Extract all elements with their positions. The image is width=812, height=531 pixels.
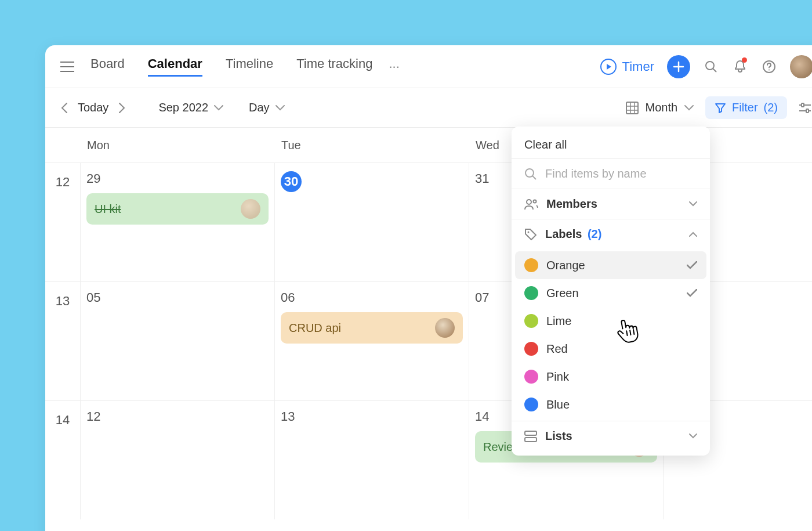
label-color-dot	[524, 398, 538, 411]
members-section[interactable]: Members	[512, 189, 710, 219]
assignee-avatar	[435, 318, 455, 338]
view-settings-button[interactable]: View	[799, 101, 812, 114]
week-number: 14	[45, 401, 80, 519]
help-icon[interactable]	[761, 59, 777, 75]
label-option-green[interactable]: Green	[515, 279, 706, 307]
chevron-down-icon	[689, 201, 697, 207]
filter-icon	[715, 102, 726, 114]
notification-dot-icon	[742, 57, 747, 63]
day-cell[interactable]: 13	[274, 401, 469, 519]
app-window: BoardCalendarTimelineTime tracking ··· T…	[45, 45, 812, 531]
day-text: Day	[249, 101, 270, 114]
play-icon	[600, 59, 617, 75]
event-label: CRUD api	[289, 322, 341, 335]
nav-tab-calendar[interactable]: Calendar	[148, 56, 202, 77]
label-name: Red	[546, 342, 568, 356]
view-mode-selector[interactable]: Month	[626, 101, 694, 114]
filter-search[interactable]	[512, 159, 710, 189]
labels-section[interactable]: Labels (2)	[512, 219, 710, 249]
day-header: Tue	[274, 128, 469, 162]
check-icon	[687, 261, 697, 269]
timer-label: Timer	[622, 59, 654, 74]
filter-search-input[interactable]	[545, 167, 697, 180]
day-selector[interactable]: Day	[249, 101, 285, 114]
hamburger-menu-icon[interactable]	[56, 62, 79, 72]
month-selector[interactable]: Sep 2022	[158, 101, 223, 114]
label-icon	[524, 228, 537, 241]
nav-tab-time-tracking[interactable]: Time tracking	[296, 56, 372, 77]
chevron-down-icon	[684, 105, 694, 111]
month-text: Sep 2022	[158, 101, 208, 114]
label-color-dot	[524, 370, 538, 384]
label-name: Lime	[546, 315, 571, 328]
clear-all-button[interactable]: Clear all	[512, 131, 710, 159]
nav-more-icon[interactable]: ···	[389, 59, 399, 74]
add-button[interactable]	[667, 55, 690, 78]
members-icon	[524, 198, 538, 210]
label-option-red[interactable]: Red	[515, 335, 706, 363]
event-card[interactable]: CRUD api	[281, 312, 463, 344]
label-option-blue[interactable]: Blue	[515, 391, 706, 418]
filter-label: Filter	[732, 101, 757, 114]
calendar-toolbar: Today Sep 2022 Day Month	[45, 88, 812, 128]
filter-button[interactable]: Filter (2)	[705, 96, 787, 119]
label-option-orange[interactable]: Orange	[515, 251, 706, 279]
grid-icon	[626, 102, 639, 114]
user-avatar[interactable]	[790, 55, 812, 78]
timer-button[interactable]: Timer	[600, 59, 654, 75]
day-cell[interactable]: 05	[80, 282, 274, 400]
svg-point-7	[534, 200, 536, 203]
day-number: 30	[281, 171, 302, 192]
search-icon	[524, 168, 537, 180]
day-cell[interactable]: 30	[274, 163, 469, 281]
day-number: 06	[281, 290, 463, 305]
day-number: 05	[86, 290, 269, 305]
chevron-up-icon	[689, 232, 697, 237]
svg-rect-9	[525, 431, 536, 435]
prev-arrow-icon[interactable]	[56, 99, 73, 117]
chevron-down-icon	[214, 105, 223, 111]
top-navbar: BoardCalendarTimelineTime tracking ··· T…	[45, 45, 812, 88]
next-arrow-icon[interactable]	[113, 99, 130, 117]
svg-point-8	[528, 231, 530, 233]
svg-rect-2	[626, 102, 638, 114]
lists-section[interactable]: Lists	[512, 421, 710, 451]
label-option-pink[interactable]: Pink	[515, 363, 706, 391]
day-cell[interactable]: 06CRUD api	[274, 282, 469, 400]
event-card[interactable]: UI kit	[86, 193, 269, 225]
toolbar-right: Month Filter (2) View	[626, 96, 813, 119]
label-color-dot	[524, 314, 538, 328]
search-icon[interactable]	[703, 59, 719, 75]
chevron-down-icon	[276, 105, 285, 111]
day-number: 13	[281, 409, 463, 424]
nav-tab-board[interactable]: Board	[90, 56, 125, 77]
week-number: 12	[45, 163, 80, 281]
bell-icon[interactable]	[732, 59, 748, 75]
label-option-lime[interactable]: Lime	[515, 307, 706, 335]
assignee-avatar	[241, 199, 260, 219]
label-name: Blue	[546, 398, 570, 411]
day-header: Mon	[80, 128, 274, 162]
filter-count: (2)	[764, 101, 778, 114]
week-number: 13	[45, 282, 80, 400]
label-list: OrangeGreenLimeRedPinkBlue	[512, 249, 710, 421]
svg-point-6	[527, 200, 531, 204]
day-cell[interactable]: 12	[80, 401, 274, 519]
svg-rect-4	[806, 109, 809, 113]
label-name: Green	[546, 287, 579, 300]
svg-rect-3	[802, 103, 804, 107]
check-icon	[687, 289, 697, 297]
day-cell[interactable]: 29UI kit	[80, 163, 274, 281]
lists-label: Lists	[545, 429, 681, 443]
event-label: UI kit	[95, 203, 121, 216]
chevron-down-icon	[689, 434, 697, 439]
label-color-dot	[524, 342, 538, 356]
view-mode-label: Month	[646, 101, 678, 114]
labels-label: Labels (2)	[545, 227, 681, 241]
svg-rect-10	[525, 438, 536, 442]
today-button[interactable]: Today	[78, 101, 108, 114]
nav-tabs: BoardCalendarTimelineTime tracking	[90, 56, 372, 77]
label-name: Orange	[546, 259, 585, 272]
label-name: Pink	[546, 370, 569, 384]
nav-tab-timeline[interactable]: Timeline	[226, 56, 273, 77]
